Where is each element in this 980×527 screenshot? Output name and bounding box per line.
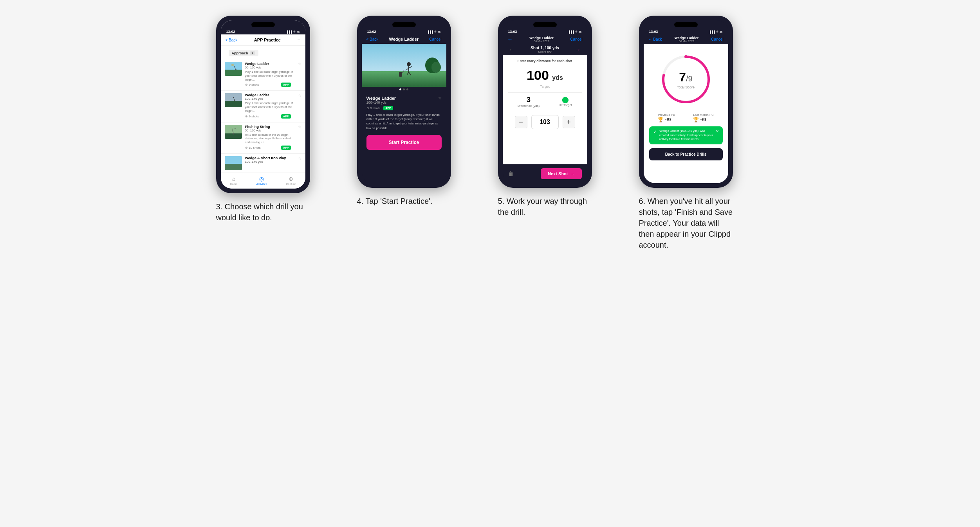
success-close-button[interactable]: ✕ [716, 129, 719, 133]
next-shot-arrow[interactable]: → [575, 46, 581, 53]
step-4-caption: 4. Tap 'Start Practice'. [357, 196, 433, 207]
phone-6-status-bar: 13:03 ▐▐▐ ⊛ 46 [644, 29, 728, 34]
phone-5-footer: 🗑 Next Shot → [503, 164, 587, 183]
drill-item-2[interactable]: Pitching String 55–100 yds Hit 1 shot at… [221, 122, 305, 154]
phone-4-back[interactable]: < Back [366, 37, 379, 41]
phone-4-notch [362, 20, 446, 29]
increment-button[interactable]: + [563, 116, 575, 128]
star-icon-3: ☆ [298, 156, 301, 160]
previous-pb: Previous PB 🏆 -/9 [658, 113, 675, 122]
svg-rect-14 [225, 156, 242, 164]
svg-point-4 [235, 69, 236, 70]
drill-item-0[interactable]: Wedge Ladder 50–100 yds Play 1 shot at e… [221, 59, 305, 91]
phone-4-content: Wedge Ladder 100–140 yds ☆ ⊙ 9 shots APP… [362, 92, 446, 183]
check-icon: ✓ [653, 129, 657, 135]
svg-point-30 [684, 55, 688, 58]
shot-stats: 3 Difference (yds) ⬤ Hit Target [508, 92, 582, 111]
phone-5-cancel[interactable]: Cancel [570, 37, 582, 41]
phone-3-back[interactable]: < Back [226, 38, 238, 42]
phone-4-image [362, 44, 446, 87]
svg-rect-15 [225, 164, 242, 170]
phone-5-notch [503, 20, 587, 29]
phone-4-title: Wedge Ladder [389, 37, 419, 41]
phone-6-nav: ← Back Wedge Ladder 06 Mar 2023 Cancel [644, 34, 728, 44]
svg-rect-27 [399, 72, 402, 77]
phone-3-notch [221, 20, 305, 29]
drill-info-3: Wedge & Short Iron Play 100–140 yds [245, 156, 295, 164]
phone-5-back[interactable]: ← [507, 36, 513, 43]
drill-footer-0: ⊙ 9 shots APP [245, 81, 295, 88]
drill-thumb-3 [225, 156, 242, 170]
capture-icon: ⊕ [289, 176, 293, 182]
phone-3-nav: < Back APP Practice ≡ [221, 34, 305, 46]
phone-4-nav: < Back Wedge Ladder Cancel [362, 34, 446, 44]
pb-row: Previous PB 🏆 -/9 Last month PB 🏆 -/9 [649, 113, 723, 122]
drill-info-1: Wedge Ladder 100–140 yds Play 1 shot at … [245, 93, 295, 119]
svg-rect-6 [225, 101, 242, 107]
step-3-caption: 3. Choose which drill you would like to … [216, 201, 310, 223]
svg-rect-17 [362, 71, 446, 87]
svg-point-2 [231, 64, 234, 66]
success-banner: ✓ 'Wedge Ladder (100–140 yds)' was creat… [649, 126, 723, 144]
drill-info-2: Pitching String 55–100 yds Hit 1 shot at… [245, 125, 295, 151]
arrow-right-icon: → [570, 171, 575, 176]
score-circle: 7/9 Total Score [659, 52, 713, 107]
phone-3-status-bar: 13:02 ▐▐▐ ⊛ 46 [221, 29, 305, 34]
phone-4-cancel[interactable]: Cancel [429, 37, 441, 41]
phone-6: 13:03 ▐▐▐ ⊛ 46 ← Back Wedge Ladder 06 Ma… [639, 16, 733, 188]
drill-thumb-0 [225, 62, 242, 76]
phone-3-menu[interactable]: ≡ [297, 37, 300, 43]
step-5-container: 13:03 ▐▐▐ ⊛ 46 ← Wedge Ladder 06 Mar 202… [498, 16, 623, 218]
drill-thumb-2 [225, 125, 242, 139]
drill-list: Wedge Ladder 50–100 yds Play 1 shot at e… [221, 59, 305, 173]
next-shot-button[interactable]: Next Shot → [541, 168, 581, 179]
number-input-row: − + [508, 115, 582, 129]
step-6-container: 13:03 ▐▐▐ ⊛ 46 ← Back Wedge Ladder 06 Ma… [639, 16, 764, 250]
back-to-drills-button[interactable]: Back to Practice Drills [649, 148, 723, 160]
phone-5: 13:03 ▐▐▐ ⊛ 46 ← Wedge Ladder 06 Mar 202… [498, 16, 592, 188]
step-6-caption: 6. When you've hit all your shots, tap '… [639, 196, 733, 250]
trophy-icon-1: 🏆 [658, 117, 664, 122]
phone-4-dots [362, 87, 446, 92]
svg-point-12 [233, 133, 234, 134]
nav-activities[interactable]: ◎ Activities [256, 176, 267, 185]
step-3-container: 13:02 ▐▐▐ ⊛ 46 < Back APP Practice ≡ [216, 16, 341, 223]
prev-shot-arrow[interactable]: ← [509, 46, 515, 53]
star-icon-0: ☆ [298, 62, 301, 66]
phone-3-status-icons: ▐▐▐ ⊛ 46 [286, 30, 300, 33]
star-icon-p4: ☆ [438, 96, 442, 100]
phone-4: 13:02 ▐▐▐ ⊛ 46 < Back Wedge Ladder Cance… [357, 16, 451, 188]
delete-button[interactable]: 🗑 [508, 171, 514, 177]
nav-home[interactable]: ⌂ Home [230, 176, 238, 185]
carry-instruction: Enter carry distance for each shot [508, 59, 582, 63]
phone-6-content: 7/9 Total Score Previous PB 🏆 -/9 [644, 44, 728, 183]
yardage-input[interactable] [531, 115, 559, 129]
drill-item-3[interactable]: Wedge & Short Iron Play 100–140 yds ☆ [221, 154, 305, 173]
phone-5-shot-nav: ← Shot 1, 100 yds Score 5/9 → [503, 44, 587, 55]
hit-target-icon: ⬤ [559, 96, 572, 103]
svg-point-8 [234, 100, 235, 101]
step-5-caption: 5. Work your way through the drill. [498, 196, 592, 218]
svg-rect-1 [225, 70, 242, 76]
trophy-icon-2: 🏆 [693, 117, 699, 122]
drill-item-1[interactable]: Wedge Ladder 100–140 yds Play 1 shot at … [221, 91, 305, 122]
decrement-button[interactable]: − [515, 116, 527, 128]
page-container: 13:02 ▐▐▐ ⊛ 46 < Back APP Practice ≡ [216, 16, 764, 250]
star-icon-1: ☆ [298, 93, 301, 97]
nav-capture[interactable]: ⊕ Capture [286, 176, 296, 185]
section-approach: Approach 7 [229, 50, 258, 56]
phone-5-nav: ← Wedge Ladder 06 Mar 2023 Cancel [503, 34, 587, 44]
start-practice-button[interactable]: Start Practice [366, 135, 442, 150]
drill-thumb-1 [225, 93, 242, 107]
difference-stat: 3 Difference (yds) [518, 96, 540, 108]
phone-6-back[interactable]: ← Back [648, 37, 662, 41]
target-display: 100 yds [508, 68, 582, 83]
phone-4-status-bar: 13:02 ▐▐▐ ⊛ 46 [362, 29, 446, 34]
phone-6-notch [644, 20, 728, 29]
phone-3-time: 13:02 [226, 30, 235, 34]
svg-rect-9 [225, 125, 242, 133]
phone-5-status-bar: 13:03 ▐▐▐ ⊛ 46 [503, 29, 587, 34]
phone-3: 13:02 ▐▐▐ ⊛ 46 < Back APP Practice ≡ [216, 16, 310, 193]
phone-3-bottom-nav: ⌂ Home ◎ Activities ⊕ Capture [221, 173, 305, 189]
phone-6-cancel[interactable]: Cancel [711, 37, 723, 41]
